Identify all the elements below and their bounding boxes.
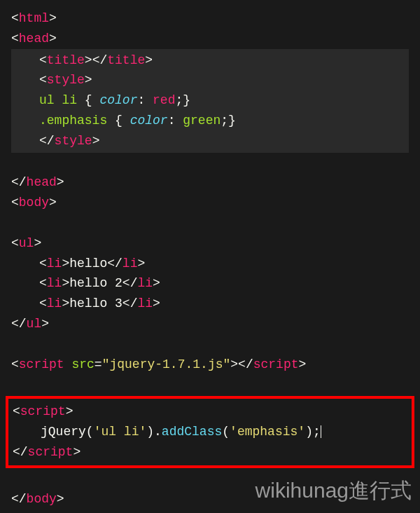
blank-line	[11, 374, 409, 395]
code-line: </script>	[13, 442, 407, 463]
code-line: </style>	[11, 131, 409, 151]
code-line: jQuery('ul li').addClass('emphasis');	[13, 422, 407, 442]
blank-line	[11, 334, 409, 355]
code-line: <ul>	[11, 233, 409, 254]
highlighted-region: <title></title> <style> ul li { color: r…	[11, 49, 409, 153]
blank-line	[11, 213, 409, 233]
code-line: .emphasis { color: green;}	[11, 111, 409, 131]
code-line: <script>	[13, 402, 407, 422]
code-line: </head>	[11, 172, 409, 193]
code-line: <li>hello 3</li>	[11, 294, 409, 314]
code-line: <head>	[11, 29, 409, 49]
code-line: ul li { color: red;}	[11, 90, 409, 111]
code-line: <title></title>	[11, 50, 409, 71]
code-line: </ul>	[11, 314, 409, 334]
code-editor[interactable]: <html> <head> <title></title> <style> ul…	[0, 0, 420, 513]
code-line: <html>	[11, 8, 409, 29]
code-line: <li>hello 2</li>	[11, 273, 409, 294]
code-line: <li>hello</li>	[11, 254, 409, 274]
code-line: </html>	[11, 509, 409, 513]
code-line: <style>	[11, 70, 409, 90]
code-line: <script src="jquery-1.7.1.js"></script>	[11, 355, 409, 375]
blank-line	[11, 153, 409, 173]
watermark-text: wikihunag進行式	[255, 474, 412, 507]
text-cursor	[321, 425, 321, 438]
code-line: <body>	[11, 193, 409, 213]
highlighted-script-block: <script> jQuery('ul li').addClass('empha…	[6, 396, 414, 467]
